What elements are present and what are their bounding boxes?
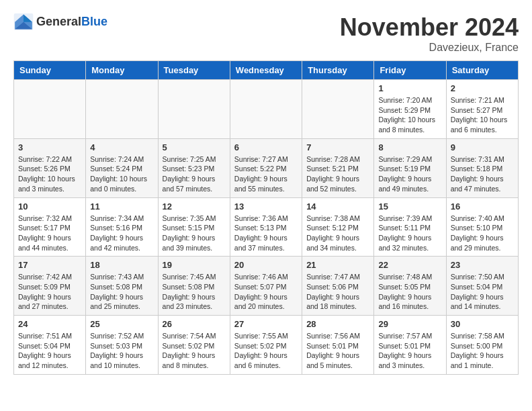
day-number: 15 — [378, 201, 441, 212]
calendar-day-cell: 19Sunrise: 7:45 AM Sunset: 5:08 PM Dayli… — [158, 257, 230, 316]
month-title: November 2024 — [340, 13, 519, 42]
calendar-day-cell — [158, 80, 230, 139]
day-number: 11 — [90, 201, 153, 212]
calendar-day-cell: 16Sunrise: 7:40 AM Sunset: 5:10 PM Dayli… — [446, 197, 518, 257]
day-number: 7 — [306, 142, 369, 152]
day-number: 5 — [163, 142, 226, 152]
day-info: Sunrise: 7:32 AM Sunset: 5:17 PM Dayligh… — [18, 214, 81, 253]
day-info: Sunrise: 7:40 AM Sunset: 5:10 PM Dayligh… — [451, 214, 514, 253]
day-number: 30 — [451, 319, 514, 329]
day-number: 10 — [18, 201, 81, 212]
day-info: Sunrise: 7:51 AM Sunset: 5:04 PM Dayligh… — [18, 331, 81, 371]
day-info: Sunrise: 7:57 AM Sunset: 5:01 PM Dayligh… — [378, 331, 441, 371]
calendar-day-cell: 3Sunrise: 7:22 AM Sunset: 5:26 PM Daylig… — [14, 138, 86, 197]
weekday-header-cell: Tuesday — [158, 61, 230, 80]
calendar-day-cell: 23Sunrise: 7:50 AM Sunset: 5:04 PM Dayli… — [446, 257, 518, 316]
calendar-day-cell: 24Sunrise: 7:51 AM Sunset: 5:04 PM Dayli… — [14, 316, 86, 375]
calendar-week-row: 10Sunrise: 7:32 AM Sunset: 5:17 PM Dayli… — [14, 197, 519, 257]
day-info: Sunrise: 7:39 AM Sunset: 5:11 PM Dayligh… — [378, 214, 441, 253]
day-number: 13 — [234, 201, 298, 212]
logo-icon — [13, 13, 34, 30]
day-number: 23 — [451, 260, 514, 270]
day-number: 18 — [90, 260, 153, 270]
calendar-week-row: 1Sunrise: 7:20 AM Sunset: 5:29 PM Daylig… — [14, 80, 519, 139]
day-info: Sunrise: 7:21 AM Sunset: 5:27 PM Dayligh… — [451, 95, 514, 135]
day-number: 6 — [234, 142, 298, 152]
day-info: Sunrise: 7:56 AM Sunset: 5:01 PM Dayligh… — [306, 331, 369, 371]
calendar-day-cell: 27Sunrise: 7:55 AM Sunset: 5:02 PM Dayli… — [230, 316, 302, 375]
day-info: Sunrise: 7:20 AM Sunset: 5:29 PM Dayligh… — [378, 95, 441, 135]
day-number: 4 — [90, 142, 153, 152]
day-number: 9 — [451, 142, 514, 152]
page-header: GeneralBlue November 2024 Davezieux, Fra… — [13, 13, 519, 54]
calendar-day-cell: 21Sunrise: 7:47 AM Sunset: 5:06 PM Dayli… — [302, 257, 374, 316]
title-area: November 2024 Davezieux, France — [340, 13, 519, 54]
calendar-day-cell: 15Sunrise: 7:39 AM Sunset: 5:11 PM Dayli… — [374, 197, 446, 257]
calendar-day-cell — [86, 80, 158, 139]
day-number: 26 — [163, 319, 226, 329]
calendar-day-cell: 12Sunrise: 7:35 AM Sunset: 5:15 PM Dayli… — [158, 197, 230, 257]
calendar-week-row: 17Sunrise: 7:42 AM Sunset: 5:09 PM Dayli… — [14, 257, 519, 316]
calendar-day-cell: 17Sunrise: 7:42 AM Sunset: 5:09 PM Dayli… — [14, 257, 86, 316]
day-info: Sunrise: 7:31 AM Sunset: 5:18 PM Dayligh… — [451, 154, 514, 194]
day-number: 29 — [378, 319, 441, 329]
day-info: Sunrise: 7:24 AM Sunset: 5:24 PM Dayligh… — [90, 154, 153, 194]
day-number: 20 — [234, 260, 298, 270]
day-number: 8 — [378, 142, 441, 152]
day-number: 27 — [234, 319, 298, 329]
day-info: Sunrise: 7:38 AM Sunset: 5:12 PM Dayligh… — [306, 214, 369, 253]
calendar-day-cell: 6Sunrise: 7:27 AM Sunset: 5:22 PM Daylig… — [230, 138, 302, 197]
day-number: 12 — [163, 201, 226, 212]
weekday-header-cell: Thursday — [302, 61, 374, 80]
calendar-day-cell: 9Sunrise: 7:31 AM Sunset: 5:18 PM Daylig… — [446, 138, 518, 197]
calendar-day-cell — [230, 80, 302, 139]
day-number: 1 — [378, 83, 441, 93]
calendar-day-cell: 30Sunrise: 7:58 AM Sunset: 5:00 PM Dayli… — [446, 316, 518, 375]
calendar-day-cell: 11Sunrise: 7:34 AM Sunset: 5:16 PM Dayli… — [86, 197, 158, 257]
day-number: 28 — [306, 319, 369, 329]
calendar-day-cell: 1Sunrise: 7:20 AM Sunset: 5:29 PM Daylig… — [374, 80, 446, 139]
day-info: Sunrise: 7:28 AM Sunset: 5:21 PM Dayligh… — [306, 154, 369, 194]
day-number: 25 — [90, 319, 153, 329]
day-number: 19 — [163, 260, 226, 270]
calendar-day-cell: 29Sunrise: 7:57 AM Sunset: 5:01 PM Dayli… — [374, 316, 446, 375]
weekday-header-cell: Saturday — [446, 61, 518, 80]
day-info: Sunrise: 7:29 AM Sunset: 5:19 PM Dayligh… — [378, 154, 441, 194]
weekday-header-cell: Monday — [86, 61, 158, 80]
day-info: Sunrise: 7:34 AM Sunset: 5:16 PM Dayligh… — [90, 214, 153, 253]
logo-blue-text: Blue — [81, 15, 107, 28]
day-number: 22 — [378, 260, 441, 270]
day-number: 3 — [18, 142, 81, 152]
day-info: Sunrise: 7:42 AM Sunset: 5:09 PM Dayligh… — [18, 272, 81, 312]
day-info: Sunrise: 7:35 AM Sunset: 5:15 PM Dayligh… — [163, 214, 226, 253]
calendar-day-cell: 5Sunrise: 7:25 AM Sunset: 5:23 PM Daylig… — [158, 138, 230, 197]
calendar-week-row: 24Sunrise: 7:51 AM Sunset: 5:04 PM Dayli… — [14, 316, 519, 375]
calendar-day-cell: 20Sunrise: 7:46 AM Sunset: 5:07 PM Dayli… — [230, 257, 302, 316]
logo-general-text: General — [36, 15, 81, 28]
day-info: Sunrise: 7:46 AM Sunset: 5:07 PM Dayligh… — [234, 272, 298, 312]
calendar-table: SundayMondayTuesdayWednesdayThursdayFrid… — [13, 60, 519, 375]
day-info: Sunrise: 7:43 AM Sunset: 5:08 PM Dayligh… — [90, 272, 153, 312]
day-info: Sunrise: 7:22 AM Sunset: 5:26 PM Dayligh… — [18, 154, 81, 194]
calendar-day-cell: 22Sunrise: 7:48 AM Sunset: 5:05 PM Dayli… — [374, 257, 446, 316]
calendar-day-cell: 8Sunrise: 7:29 AM Sunset: 5:19 PM Daylig… — [374, 138, 446, 197]
day-number: 16 — [451, 201, 514, 212]
day-number: 17 — [18, 260, 81, 270]
day-number: 21 — [306, 260, 369, 270]
calendar-day-cell: 2Sunrise: 7:21 AM Sunset: 5:27 PM Daylig… — [446, 80, 518, 139]
day-number: 14 — [306, 201, 369, 212]
calendar-day-cell: 25Sunrise: 7:52 AM Sunset: 5:03 PM Dayli… — [86, 316, 158, 375]
day-info: Sunrise: 7:52 AM Sunset: 5:03 PM Dayligh… — [90, 331, 153, 371]
weekday-header-cell: Sunday — [14, 61, 86, 80]
calendar-day-cell: 7Sunrise: 7:28 AM Sunset: 5:21 PM Daylig… — [302, 138, 374, 197]
location-title: Davezieux, France — [340, 42, 519, 54]
day-info: Sunrise: 7:25 AM Sunset: 5:23 PM Dayligh… — [163, 154, 226, 194]
calendar-day-cell: 14Sunrise: 7:38 AM Sunset: 5:12 PM Dayli… — [302, 197, 374, 257]
calendar-day-cell: 10Sunrise: 7:32 AM Sunset: 5:17 PM Dayli… — [14, 197, 86, 257]
weekday-header-cell: Wednesday — [230, 61, 302, 80]
logo: GeneralBlue — [13, 13, 107, 30]
weekday-header-cell: Friday — [374, 61, 446, 80]
calendar-day-cell: 18Sunrise: 7:43 AM Sunset: 5:08 PM Dayli… — [86, 257, 158, 316]
day-info: Sunrise: 7:45 AM Sunset: 5:08 PM Dayligh… — [163, 272, 226, 312]
calendar-week-row: 3Sunrise: 7:22 AM Sunset: 5:26 PM Daylig… — [14, 138, 519, 197]
